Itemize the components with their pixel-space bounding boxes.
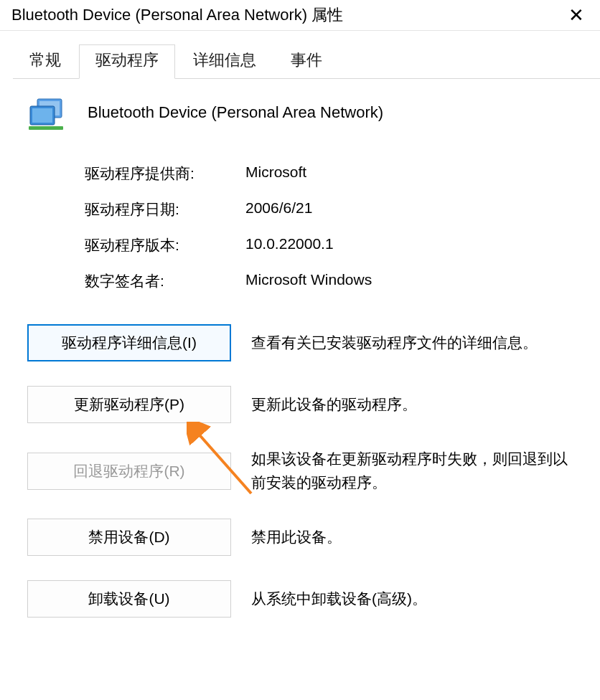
date-value: 2006/6/21 (245, 199, 312, 219)
window-title: Bluetooth Device (Personal Area Network)… (11, 4, 343, 26)
signer-label: 数字签名者: (85, 271, 245, 291)
update-driver-desc: 更新此设备的驱动程序。 (251, 393, 580, 417)
provider-label: 驱动程序提供商: (85, 164, 245, 184)
rollback-driver-desc: 如果该设备在更新驱动程序时失败，则回退到以前安装的驱动程序。 (251, 448, 580, 494)
svg-rect-4 (29, 126, 63, 130)
provider-value: Microsoft (245, 164, 306, 184)
tab-general[interactable]: 常规 (13, 44, 78, 79)
disable-device-button[interactable]: 禁用设备(D) (27, 519, 231, 556)
update-driver-button[interactable]: 更新驱动程序(P) (27, 386, 231, 423)
version-value: 10.0.22000.1 (245, 235, 334, 255)
disable-device-desc: 禁用此设备。 (251, 526, 580, 549)
uninstall-device-desc: 从系统中卸载设备(高级)。 (251, 587, 580, 611)
driver-details-desc: 查看有关已安装驱动程序文件的详细信息。 (251, 331, 580, 355)
driver-details-button[interactable]: 驱动程序详细信息(I) (27, 324, 231, 361)
tab-details[interactable]: 详细信息 (177, 44, 273, 79)
device-icon (27, 98, 67, 135)
date-label: 驱动程序日期: (85, 199, 245, 219)
device-name: Bluetooth Device (Personal Area Network) (88, 103, 383, 122)
uninstall-device-button[interactable]: 卸载设备(U) (27, 580, 231, 618)
signer-value: Microsoft Windows (245, 271, 372, 291)
version-label: 驱动程序版本: (85, 235, 245, 255)
close-icon[interactable]: ✕ (563, 4, 590, 26)
tab-driver[interactable]: 驱动程序 (79, 44, 175, 79)
rollback-driver-button: 回退驱动程序(R) (27, 453, 231, 490)
svg-rect-3 (32, 108, 52, 123)
tab-events[interactable]: 事件 (274, 44, 339, 79)
tab-strip: 常规 驱动程序 详细信息 事件 (13, 44, 600, 79)
